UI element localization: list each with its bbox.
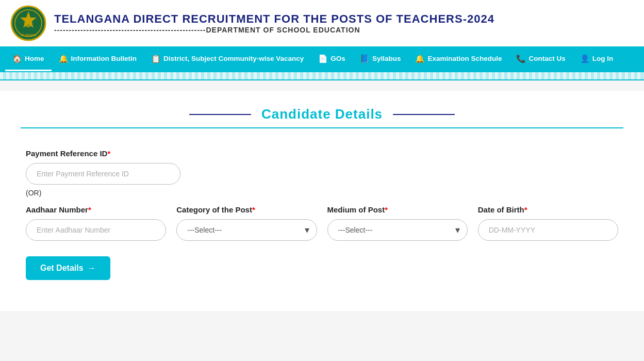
header-title: TELANGANA DIRECT RECRUITMENT FOR THE POS… bbox=[54, 12, 494, 34]
get-details-label: Get Details bbox=[40, 264, 84, 273]
nav-item-examination-schedule[interactable]: 🔔 Examination Schedule bbox=[408, 47, 509, 71]
medium-group: Medium of Post* ---Select--- ▾ bbox=[327, 205, 468, 241]
dob-required: * bbox=[524, 205, 527, 214]
logo-wrapper: TELANGANA bbox=[10, 5, 46, 41]
category-label: Category of the Post* bbox=[176, 205, 317, 214]
nav-label-syllabus: Syllabus bbox=[372, 55, 401, 62]
dob-input[interactable] bbox=[478, 219, 618, 241]
nav-label-contact-us: Contact Us bbox=[529, 55, 565, 62]
nav-label-home: Home bbox=[25, 55, 44, 62]
dob-label: Date of Birth* bbox=[478, 205, 618, 214]
arrow-right-icon: → bbox=[88, 264, 96, 273]
nav-item-information-bulletin[interactable]: 🔔 Information Bulletin bbox=[52, 47, 144, 71]
nav-label-log-in: Log In bbox=[592, 55, 614, 62]
title-line-right bbox=[393, 114, 455, 115]
nav-label-gos: GOs bbox=[331, 55, 345, 62]
nav-item-gos[interactable]: 📄 GOs bbox=[311, 47, 353, 71]
category-group: Category of the Post* ---Select--- ▾ bbox=[176, 205, 317, 241]
svg-text:TELANGANA: TELANGANA bbox=[20, 34, 37, 37]
medium-label: Medium of Post* bbox=[327, 205, 468, 214]
category-required: * bbox=[252, 205, 255, 214]
payment-ref-required-marker: * bbox=[107, 149, 110, 158]
title-line-left bbox=[189, 114, 251, 115]
medium-required: * bbox=[385, 205, 388, 214]
document-icon-gos: 📄 bbox=[318, 54, 328, 63]
main-content: Candidate Details Payment Reference ID* … bbox=[0, 91, 644, 311]
medium-select-wrapper: ---Select--- ▾ bbox=[327, 219, 468, 241]
category-select[interactable]: ---Select--- bbox=[176, 219, 317, 241]
nav-label-information-bulletin: Information Bulletin bbox=[71, 55, 137, 62]
aadhaar-label: Aadhaar Number* bbox=[26, 205, 166, 214]
aadhaar-group: Aadhaar Number* bbox=[26, 205, 166, 241]
home-icon: 🏠 bbox=[12, 54, 22, 63]
candidate-details-form: Payment Reference ID* (OR) Aadhaar Numbe… bbox=[21, 144, 623, 285]
page-title-underline bbox=[21, 127, 623, 128]
nav-label-examination-schedule: Examination Schedule bbox=[427, 55, 502, 62]
header-title-main: TELANGANA DIRECT RECRUITMENT FOR THE POS… bbox=[54, 12, 494, 26]
header: TELANGANA TELANGANA DIRECT RECRUITMENT F… bbox=[0, 0, 644, 47]
svg-point-3 bbox=[24, 19, 32, 27]
category-select-wrapper: ---Select--- ▾ bbox=[176, 219, 317, 241]
bell-icon-bulletin: 🔔 bbox=[59, 54, 69, 63]
page-title-wrapper: Candidate Details bbox=[21, 106, 623, 122]
telangana-logo: TELANGANA bbox=[10, 5, 46, 41]
user-icon: 👤 bbox=[580, 54, 590, 63]
payment-ref-label: Payment Reference ID* bbox=[26, 149, 618, 158]
decorative-stripe bbox=[0, 71, 644, 80]
medium-select[interactable]: ---Select--- bbox=[327, 219, 468, 241]
or-text: (OR) bbox=[26, 189, 618, 197]
nav-label-district-vacancy: District, Subject Community-wise Vacancy bbox=[163, 55, 304, 62]
get-details-button[interactable]: Get Details → bbox=[26, 256, 110, 280]
phone-icon: 📞 bbox=[516, 54, 526, 63]
nav-item-home[interactable]: 🏠 Home bbox=[5, 47, 52, 71]
payment-ref-input[interactable] bbox=[26, 163, 180, 185]
page-title: Candidate Details bbox=[261, 106, 383, 122]
nav-item-syllabus[interactable]: 📘 Syllabus bbox=[353, 47, 408, 71]
navbar: 🏠 Home 🔔 Information Bulletin 📋 District… bbox=[0, 47, 644, 71]
header-title-sub: ----------------------------------------… bbox=[54, 26, 494, 34]
clipboard-icon: 📋 bbox=[151, 54, 161, 63]
nav-item-district-vacancy[interactable]: 📋 District, Subject Community-wise Vacan… bbox=[144, 47, 311, 71]
nav-item-log-in[interactable]: 👤 Log In bbox=[573, 47, 621, 71]
book-icon: 📘 bbox=[360, 54, 370, 63]
aadhaar-required: * bbox=[88, 205, 91, 214]
nav-item-contact-us[interactable]: 📞 Contact Us bbox=[509, 47, 572, 71]
bell-icon-exam: 🔔 bbox=[415, 54, 425, 63]
dob-group: Date of Birth* bbox=[478, 205, 618, 241]
aadhaar-input[interactable] bbox=[26, 219, 166, 241]
